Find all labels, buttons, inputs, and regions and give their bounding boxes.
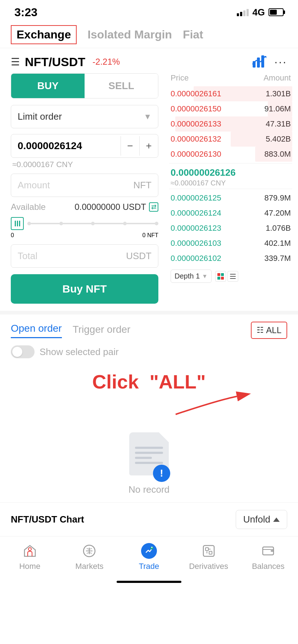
all-button[interactable]: ☷ ALL xyxy=(251,322,287,339)
no-record-label: No record xyxy=(128,484,170,495)
home-bar xyxy=(0,582,298,587)
all-button-icon: ☷ xyxy=(257,326,264,335)
sell-order-row[interactable]: 0.0000026133 47.31B xyxy=(169,116,292,132)
price-cny-hint: ≈0.0000167 CNY xyxy=(11,160,158,169)
no-record-section: ! No record xyxy=(0,422,298,502)
svg-rect-7 xyxy=(221,277,224,280)
total-input-row[interactable]: Total USDT xyxy=(11,244,158,268)
price-header: Price xyxy=(171,73,189,83)
sell-tab[interactable]: SELL xyxy=(85,74,158,98)
derivatives-label: Derivatives xyxy=(189,562,228,571)
svg-rect-6 xyxy=(217,277,220,280)
amount-slider-row xyxy=(11,217,158,230)
show-pair-toggle[interactable] xyxy=(11,345,35,358)
trading-area: BUY SELL Limit order ▼ 0.0000026124 − + … xyxy=(0,73,298,304)
svg-rect-16 xyxy=(203,546,214,556)
nav-item-derivatives[interactable]: Derivatives xyxy=(179,542,239,571)
slider-track[interactable] xyxy=(27,223,158,224)
more-options-icon[interactable]: ··· xyxy=(274,55,287,69)
tab-exchange[interactable]: Exchange xyxy=(11,25,77,44)
current-price-cny: ≈0.0000167 CNY xyxy=(171,179,291,187)
buy-tab[interactable]: BUY xyxy=(11,74,85,98)
buy-sell-tabs: BUY SELL xyxy=(11,73,158,98)
buy-nft-button[interactable]: Buy NFT xyxy=(11,274,158,304)
svg-rect-9 xyxy=(230,276,236,277)
red-arrow-icon xyxy=(154,389,262,418)
markets-label: Markets xyxy=(75,562,103,571)
all-button-label: ALL xyxy=(266,325,281,335)
open-order-tab[interactable]: Open order xyxy=(11,323,62,338)
order-type-dropdown[interactable]: Limit order ▼ xyxy=(11,105,158,128)
sell-order-row[interactable]: 0.0000026132 5.402B xyxy=(169,132,292,147)
depth-dropdown[interactable]: Depth 1 ▼ xyxy=(171,270,212,283)
pair-selector-icon[interactable]: ☰ xyxy=(11,56,20,68)
depth-list-view-icon[interactable] xyxy=(227,271,238,282)
depth-view-toggle xyxy=(215,271,238,282)
buy-order-row[interactable]: 0.0000026125 879.9M xyxy=(169,190,292,206)
price-input-row: 0.0000026124 − + xyxy=(11,134,158,158)
unfold-button[interactable]: Unfold xyxy=(236,510,287,529)
sell-order-row[interactable]: 0.0000026150 91.06M xyxy=(169,101,292,116)
trigger-order-tab[interactable]: Trigger order xyxy=(73,324,131,338)
order-section: Open order Trigger order ☷ ALL Show sele… xyxy=(0,314,298,393)
markets-icon xyxy=(81,542,98,560)
chart-footer-label: NFT/USDT Chart xyxy=(11,514,84,525)
balances-label: Balances xyxy=(252,562,285,571)
nav-item-markets[interactable]: Markets xyxy=(60,542,119,571)
chart-icon[interactable] xyxy=(251,54,267,70)
amount-placeholder: Amount xyxy=(18,180,133,191)
svg-rect-18 xyxy=(209,551,212,554)
order-book: Price Amount 0.0000026161 1.301B 0.00000… xyxy=(166,73,298,304)
price-change: -2.21% xyxy=(92,57,120,67)
section-divider xyxy=(0,311,298,314)
total-placeholder: Total xyxy=(18,250,126,262)
tab-fiat[interactable]: Fiat xyxy=(183,25,203,44)
svg-rect-8 xyxy=(230,274,236,275)
nav-item-home[interactable]: Home xyxy=(0,542,60,571)
tab-isolated-margin[interactable]: Isolated Margin xyxy=(87,25,172,44)
price-input[interactable]: 0.0000026124 xyxy=(11,134,121,157)
slider-min-label: 0 xyxy=(11,232,14,239)
sell-orders: 0.0000026161 1.301B 0.0000026150 91.06M … xyxy=(169,86,292,162)
slider-labels: 0 0 NFT xyxy=(11,232,158,239)
svg-rect-5 xyxy=(221,273,224,276)
arrow-annotation xyxy=(0,393,298,422)
status-bar: 3:23 4G xyxy=(0,0,298,22)
available-value: 0.00000000 USDT xyxy=(74,202,146,212)
transfer-icon[interactable]: ⇄ xyxy=(149,202,158,212)
slider-handle-icon xyxy=(11,217,24,230)
amount-input-row[interactable]: Amount NFT xyxy=(11,174,158,197)
current-price-value: 0.00000026126 xyxy=(171,167,291,178)
nav-item-trade[interactable]: Trade xyxy=(119,542,179,571)
svg-point-12 xyxy=(28,548,31,551)
price-decrement-button[interactable]: − xyxy=(121,136,139,156)
depth-color-view-icon[interactable] xyxy=(215,271,226,282)
trade-icon xyxy=(140,542,158,560)
bottom-nav: Home Markets Trade xyxy=(0,536,298,582)
price-increment-button[interactable]: + xyxy=(139,136,158,156)
order-book-header: Price Amount xyxy=(169,73,292,86)
order-type-value: Limit order xyxy=(18,111,62,122)
slider-max-label: 0 NFT xyxy=(143,232,158,239)
svg-rect-1 xyxy=(257,58,260,68)
show-pair-row: Show selected pair xyxy=(11,345,287,358)
signal-icon xyxy=(237,8,249,16)
home-icon xyxy=(21,542,39,560)
trading-pair: NFT/USDT xyxy=(25,55,85,69)
buy-order-row[interactable]: 0.0000026123 1.076B xyxy=(169,221,292,236)
chart-footer: NFT/USDT Chart Unfold xyxy=(0,502,298,536)
svg-rect-4 xyxy=(217,273,220,276)
order-tabs-row: Open order Trigger order ☷ ALL xyxy=(11,322,287,339)
buy-order-row[interactable]: 0.0000026102 339.7M xyxy=(169,251,292,266)
available-row: Available 0.00000000 USDT ⇄ xyxy=(11,202,158,212)
sell-order-row[interactable]: 0.0000026130 883.0M xyxy=(169,147,292,162)
sell-order-row[interactable]: 0.0000026161 1.301B xyxy=(169,86,292,101)
exclamation-icon: ! xyxy=(153,465,170,482)
svg-rect-17 xyxy=(206,548,208,551)
buy-order-row[interactable]: 0.0000026103 402.1M xyxy=(169,236,292,251)
home-label: Home xyxy=(19,562,40,571)
nav-item-balances[interactable]: Balances xyxy=(238,542,298,571)
trade-label: Trade xyxy=(139,562,159,571)
left-panel: BUY SELL Limit order ▼ 0.0000026124 − + … xyxy=(0,73,166,304)
buy-order-row[interactable]: 0.0000026124 47.20M xyxy=(169,206,292,221)
